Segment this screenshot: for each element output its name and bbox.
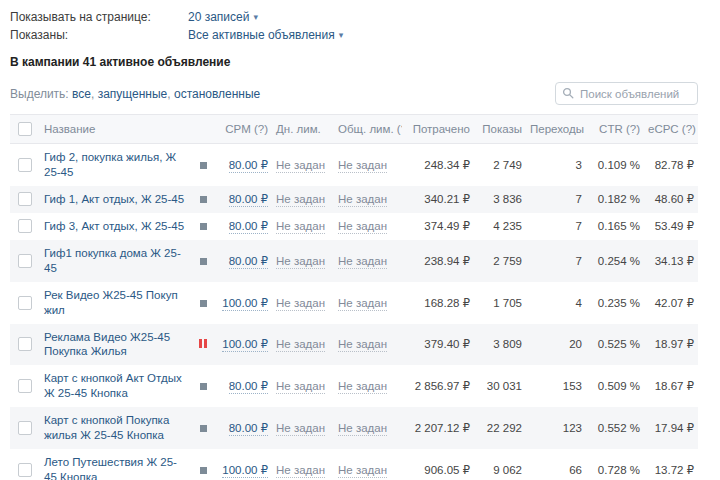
cpm-cell: 100.00 ₽ <box>216 449 272 480</box>
total-limit-cell: Не задан <box>334 324 402 366</box>
day-limit-value[interactable]: Не задан <box>276 338 325 352</box>
day-limit-value[interactable]: Не задан <box>276 297 325 311</box>
day-limit-value[interactable]: Не задан <box>276 255 325 269</box>
row-checkbox[interactable] <box>18 219 32 233</box>
header-cpm: CPM (?) <box>216 115 272 144</box>
per-page-dropdown[interactable]: 20 записей▾ <box>188 10 258 24</box>
select-links-container: все, запущенные, остановленные <box>72 87 260 101</box>
per-page-label: Показывать на странице: <box>10 8 188 26</box>
ad-name-link[interactable]: Гиф1 покупка дома Ж 25-45 <box>44 246 186 276</box>
ad-name-cell: Гиф1 покупка дома Ж 25-45 <box>40 240 190 282</box>
row-checkbox[interactable] <box>18 192 32 206</box>
row-checkbox[interactable] <box>18 463 32 477</box>
total-limit-value[interactable]: Не задан <box>338 159 387 173</box>
row-checkbox-cell <box>10 186 40 213</box>
ecpc-value: 34.13 ₽ <box>644 240 698 282</box>
ad-name-link[interactable]: Гиф 3, Акт отдых, Ж 25-45 <box>44 219 186 234</box>
clicks-value: 7 <box>526 186 586 213</box>
ad-name-link[interactable]: Рек Видео Ж25-45 Покуп жил <box>44 288 186 318</box>
cpm-value[interactable]: 80.00 ₽ <box>229 422 268 436</box>
cpm-value[interactable]: 100.00 ₽ <box>222 338 268 352</box>
ctr-value: 0.254 % <box>586 240 644 282</box>
ad-name-link[interactable]: Карт с кнопкой Покупка жилья Ж 25-45 Кно… <box>44 413 186 443</box>
cpm-value[interactable]: 100.00 ₽ <box>222 464 268 478</box>
shown-filter-dropdown[interactable]: Все активные объявления▾ <box>188 28 343 42</box>
shows-value: 3 809 <box>474 324 526 366</box>
cpm-value[interactable]: 80.00 ₽ <box>229 193 268 207</box>
ad-name-link[interactable]: Реклама Видео Ж25-45 Покупка Жилья <box>44 330 186 360</box>
day-limit-value[interactable]: Не задан <box>276 220 325 234</box>
ad-name-link[interactable]: Карт с кнопкой Акт Отдых Ж 25-45 Кнопка <box>44 371 186 401</box>
total-limit-cell: Не задан <box>334 282 402 324</box>
stop-icon[interactable] <box>200 467 207 474</box>
ctr-value: 0.109 % <box>586 144 644 186</box>
stop-icon[interactable] <box>200 223 207 230</box>
stop-icon[interactable] <box>200 162 207 169</box>
stop-icon[interactable] <box>200 258 207 265</box>
header-status <box>190 115 216 144</box>
clicks-value: 4 <box>526 282 586 324</box>
row-checkbox[interactable] <box>18 337 32 351</box>
ctr-value: 0.182 % <box>586 186 644 213</box>
stop-icon[interactable] <box>200 425 207 432</box>
ad-status-cell <box>190 365 216 407</box>
day-limit-value[interactable]: Не задан <box>276 422 325 436</box>
select-link[interactable]: остановленные <box>174 87 260 101</box>
cpm-value[interactable]: 100.00 ₽ <box>222 297 268 311</box>
cpm-value[interactable]: 80.00 ₽ <box>229 159 268 173</box>
table-row: Лето Путешествия Ж 25-45 Кнопка100.00 ₽Н… <box>10 449 698 480</box>
select-link[interactable]: все <box>72 87 91 101</box>
stop-icon[interactable] <box>200 196 207 203</box>
row-checkbox[interactable] <box>18 379 32 393</box>
total-limit-value[interactable]: Не задан <box>338 338 387 352</box>
ad-name-cell: Гиф 3, Акт отдых, Ж 25-45 <box>40 213 190 240</box>
cpm-cell: 80.00 ₽ <box>216 144 272 186</box>
ad-name-link[interactable]: Гиф 2, покупка жилья, Ж 25-45 <box>44 150 186 180</box>
ecpc-value: 48.60 ₽ <box>644 186 698 213</box>
total-limit-value[interactable]: Не задан <box>338 255 387 269</box>
clicks-value: 20 <box>526 324 586 366</box>
total-limit-value[interactable]: Не задан <box>338 464 387 478</box>
ad-name-link[interactable]: Лето Путешествия Ж 25-45 Кнопка <box>44 455 186 480</box>
day-limit-value[interactable]: Не задан <box>276 159 325 173</box>
total-limit-value[interactable]: Не задан <box>338 297 387 311</box>
shown-filter-value: Все активные объявления <box>188 28 335 42</box>
table-row: Рек Видео Ж25-45 Покуп жил100.00 ₽Не зад… <box>10 282 698 324</box>
row-checkbox-cell <box>10 213 40 240</box>
header-total-limit: Общ. лим. (?) <box>334 115 402 144</box>
ad-name-cell: Гиф 1, Акт отдых, Ж 25-45 <box>40 186 190 213</box>
select-link[interactable]: запущенные <box>98 87 168 101</box>
shows-value: 4 235 <box>474 213 526 240</box>
ecpc-value: 17.94 ₽ <box>644 407 698 449</box>
cpm-value[interactable]: 80.00 ₽ <box>229 220 268 234</box>
day-limit-value[interactable]: Не задан <box>276 464 325 478</box>
row-checkbox[interactable] <box>18 254 32 268</box>
stop-icon[interactable] <box>200 383 207 390</box>
total-limit-value[interactable]: Не задан <box>338 193 387 207</box>
row-checkbox[interactable] <box>18 296 32 310</box>
day-limit-cell: Не задан <box>272 282 334 324</box>
total-limit-value[interactable]: Не задан <box>338 422 387 436</box>
row-checkbox-cell <box>10 240 40 282</box>
spent-value: 340.21 ₽ <box>402 186 474 213</box>
stop-icon[interactable] <box>200 300 207 307</box>
header-shows: Показы <box>474 115 526 144</box>
day-limit-value[interactable]: Не задан <box>276 193 325 207</box>
row-checkbox[interactable] <box>18 421 32 435</box>
ctr-value: 0.728 % <box>586 449 644 480</box>
day-limit-value[interactable]: Не задан <box>276 380 325 394</box>
cpm-cell: 80.00 ₽ <box>216 365 272 407</box>
pause-icon[interactable] <box>199 339 207 348</box>
row-checkbox[interactable] <box>18 158 32 172</box>
cpm-value[interactable]: 80.00 ₽ <box>229 380 268 394</box>
select-all-checkbox[interactable] <box>18 122 32 136</box>
shown-row: Показаны:Все активные объявления▾ <box>10 26 710 44</box>
shows-value: 2 759 <box>474 240 526 282</box>
header-ctr: CTR (?) <box>586 115 644 144</box>
search-input[interactable] <box>555 82 698 105</box>
total-limit-value[interactable]: Не задан <box>338 380 387 394</box>
cpm-cell: 100.00 ₽ <box>216 282 272 324</box>
cpm-value[interactable]: 80.00 ₽ <box>229 255 268 269</box>
ad-name-link[interactable]: Гиф 1, Акт отдых, Ж 25-45 <box>44 192 186 207</box>
total-limit-value[interactable]: Не задан <box>338 220 387 234</box>
